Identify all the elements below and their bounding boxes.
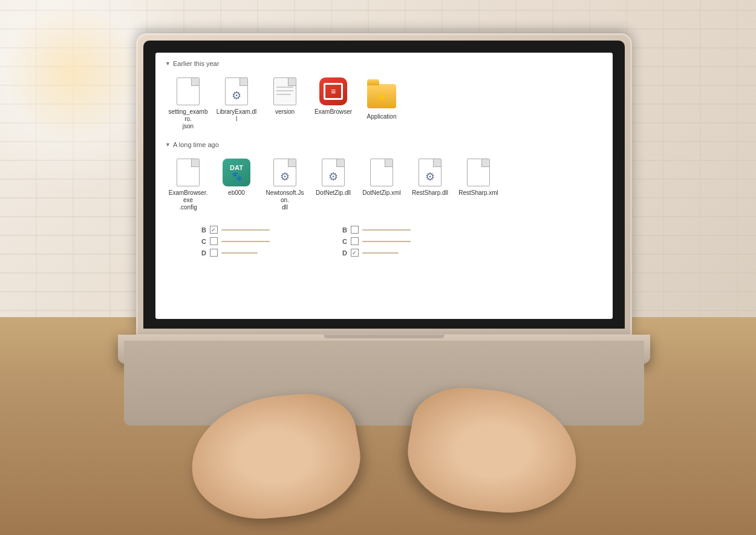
checkbox-d1-label: D xyxy=(201,249,206,257)
section-label-long-ago: A long time ago xyxy=(173,141,219,148)
files-grid-earlier[interactable]: setting_exambro.json ⚙ LibraryExam.dll xyxy=(165,73,603,134)
file-icon-dat: DAT 🐾 xyxy=(222,158,251,187)
file-icon-exambrowser xyxy=(319,77,348,106)
doc-shape xyxy=(177,159,200,186)
file-icon-doc xyxy=(174,158,203,187)
gear-shape: ⚙ xyxy=(322,159,345,186)
file-explorer: ▼ Earlier this year setting_exambro.json xyxy=(155,53,613,319)
file-label: DotNetZip.xml xyxy=(362,189,400,197)
gear-symbol: ⚙ xyxy=(232,89,241,102)
file-icon-text xyxy=(270,77,299,106)
cb-line xyxy=(221,229,270,231)
file-icon-doc xyxy=(464,158,493,187)
gear-symbol: ⚙ xyxy=(425,170,435,183)
file-icon-gear: ⚙ xyxy=(222,77,251,106)
exambrowser-inner xyxy=(324,83,343,100)
file-label: Application xyxy=(367,113,397,120)
file-icon-gear: ⚙ xyxy=(319,158,348,187)
keyboard-area xyxy=(124,341,644,425)
files-grid-long-ago[interactable]: ExamBrowser.exe.config DAT 🐾 xyxy=(165,154,603,215)
checkbox-c2-label: C xyxy=(342,238,347,245)
folder-shape: ★ xyxy=(367,84,396,108)
file-label: LibraryExam.dll xyxy=(216,108,257,123)
checkbox-d1[interactable] xyxy=(210,249,218,257)
file-label: RestSharp.xml xyxy=(458,189,498,197)
checkbox-b1[interactable]: ✓ xyxy=(210,226,218,234)
file-icon-gear: ⚙ xyxy=(270,158,299,187)
file-icon-doc xyxy=(367,158,396,187)
checkbox-row-c2[interactable]: C xyxy=(342,237,411,245)
cb-line xyxy=(362,229,411,231)
section-earlier-this-year: ▼ Earlier this year xyxy=(165,60,603,67)
file-exambrowser-config[interactable]: ExamBrowser.exe.config xyxy=(165,154,211,215)
file-exambrowser[interactable]: ExamBrowser xyxy=(310,73,356,134)
dat-icon-shape: DAT 🐾 xyxy=(223,159,250,186)
screen: ▼ Earlier this year setting_exambro.json xyxy=(155,53,613,319)
cb-line xyxy=(221,241,270,242)
checkbox-c1[interactable] xyxy=(210,237,218,245)
gear-shape: ⚙ xyxy=(273,159,296,186)
file-label: RestSharp.dll xyxy=(412,189,448,197)
checkbox-row-c1[interactable]: C xyxy=(201,237,270,245)
file-eb000[interactable]: DAT 🐾 eb000 xyxy=(213,154,259,215)
checkbox-b2-label: B xyxy=(342,226,347,234)
checkbox-row-d1[interactable]: D xyxy=(201,249,270,257)
checkbox-c1-label: C xyxy=(201,238,206,245)
section-a-long-time-ago: ▼ A long time ago xyxy=(165,141,603,148)
file-dotnetzip-dll[interactable]: ⚙ DotNetZip.dll xyxy=(310,154,356,215)
file-version[interactable]: version xyxy=(262,73,308,134)
doc-shape xyxy=(273,77,296,105)
checkbox-col-1: B ✓ C D xyxy=(201,226,270,257)
file-icon-folder: ★ xyxy=(367,82,396,111)
cb-line xyxy=(362,252,399,254)
folder-star-icon: ★ xyxy=(377,91,386,102)
gear-symbol: ⚙ xyxy=(280,170,290,183)
laptop: ▼ Earlier this year setting_exambro.json xyxy=(118,33,644,415)
file-label: version xyxy=(275,108,295,116)
dat-paw-icon: 🐾 xyxy=(232,171,242,181)
file-icon-doc xyxy=(174,77,203,106)
file-label: setting_exambro.json xyxy=(168,108,209,130)
checkbox-col-2: B C D ✓ xyxy=(342,226,411,257)
file-restsharp-xml[interactable]: RestSharp.xml xyxy=(455,154,501,215)
file-label: eb000 xyxy=(228,189,245,197)
laptop-lid: ▼ Earlier this year setting_exambro.json xyxy=(136,33,632,336)
checkbox-d2-label: D xyxy=(342,249,347,257)
checkbox-c2[interactable] xyxy=(351,237,359,245)
file-restsharp-dll[interactable]: ⚙ RestSharp.dll xyxy=(407,154,453,215)
gear-shape: ⚙ xyxy=(419,159,442,186)
file-label: ExamBrowser xyxy=(314,108,352,116)
file-label: ExamBrowser.exe.config xyxy=(168,189,209,211)
doc-shape xyxy=(467,159,490,186)
checkbox-row-b2[interactable]: B xyxy=(342,226,411,234)
doc-shape xyxy=(177,77,200,105)
section-label-earlier: Earlier this year xyxy=(173,60,219,67)
cb-line xyxy=(221,252,258,254)
chevron-icon: ▼ xyxy=(165,142,171,148)
checkbox-row-b1[interactable]: B ✓ xyxy=(201,226,270,234)
checkbox-row-d2[interactable]: D ✓ xyxy=(342,249,411,257)
file-label: DotNetZip.dll xyxy=(316,189,351,197)
dat-label: DAT xyxy=(230,164,243,171)
exambrowser-icon-shape xyxy=(319,77,347,105)
file-dotnetzip-xml[interactable]: DotNetZip.xml xyxy=(359,154,405,215)
gear-symbol: ⚙ xyxy=(328,170,338,183)
checkbox-b1-label: B xyxy=(201,226,206,234)
file-icon-gear: ⚙ xyxy=(415,158,445,187)
file-label: Newtonsoft.Json.dll xyxy=(264,189,305,211)
file-setting-json[interactable]: setting_exambro.json xyxy=(165,73,211,134)
checkbox-b2[interactable] xyxy=(351,226,359,234)
gear-shape: ⚙ xyxy=(225,77,248,105)
checkbox-d2[interactable]: ✓ xyxy=(351,249,359,257)
cb-line xyxy=(362,241,411,242)
file-library-dll[interactable]: ⚙ LibraryExam.dll xyxy=(213,73,259,134)
file-application-folder[interactable]: ★ Application xyxy=(359,73,405,134)
chevron-icon: ▼ xyxy=(165,61,171,67)
doc-shape xyxy=(370,159,393,186)
screen-bezel: ▼ Earlier this year setting_exambro.json xyxy=(143,41,625,329)
file-newtonsoft[interactable]: ⚙ Newtonsoft.Json.dll xyxy=(262,154,308,215)
